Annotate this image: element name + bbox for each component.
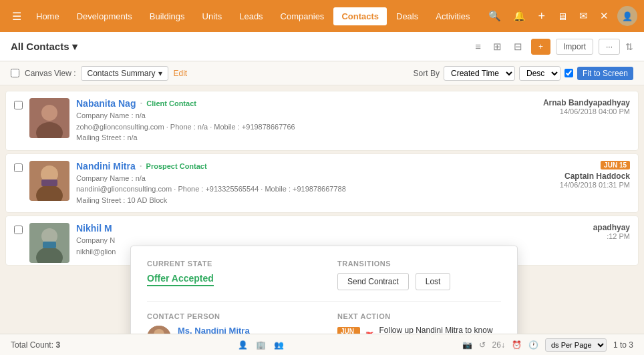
nav-deals[interactable]: Deals bbox=[388, 7, 426, 25]
sort-az-icon[interactable]: ⇅ bbox=[625, 41, 633, 52]
popup-transition-buttons: Send Contract Lost bbox=[337, 273, 501, 290]
select-all-checkbox[interactable] bbox=[11, 69, 19, 77]
contact-row-nabanita[interactable]: ✎ Nabanita Nag · Client Contact Company … bbox=[5, 91, 639, 151]
canvas-view-selector[interactable]: Contacts Summary ▾ bbox=[81, 66, 168, 81]
total-count: Total Count: 3 bbox=[11, 340, 60, 350]
footer-icon-group[interactable]: 👥 bbox=[274, 340, 284, 350]
nav-units[interactable]: Units bbox=[194, 7, 230, 25]
canvas-sort-area: Sort By Created Time Name Desc Asc Fit t… bbox=[414, 66, 633, 81]
close-icon[interactable]: ✕ bbox=[597, 7, 612, 25]
footer-refresh-icon[interactable]: ↺ bbox=[479, 340, 486, 350]
popup-top-section: CURRENT STATE Offer Accepted TRANSITIONS… bbox=[147, 260, 501, 290]
contact-tag-2: Prospect Contact bbox=[146, 162, 207, 170]
contact-separator-1: · bbox=[140, 98, 142, 109]
contact-avatar-nandini bbox=[29, 161, 69, 201]
contact-avatar-nabanita bbox=[29, 98, 69, 138]
contact-person-name[interactable]: Ms. Nandini Mitra bbox=[178, 326, 273, 334]
canvas-edit-button[interactable]: Edit bbox=[174, 69, 188, 78]
popup-next-action-col: NEXT ACTION JUN 15 🚩 Follow up Nandini M… bbox=[337, 312, 501, 334]
current-state-label: CURRENT STATE bbox=[147, 260, 311, 268]
nav-developments[interactable]: Developments bbox=[69, 7, 140, 25]
subheader-right: ≡ ⊞ ⊟ + Import ··· ⇅ bbox=[472, 39, 633, 55]
canvas-view-label: Canvas View : bbox=[25, 69, 75, 78]
send-contract-button[interactable]: Send Contract bbox=[337, 273, 409, 290]
contact-checkbox-1[interactable] bbox=[14, 101, 23, 109]
lost-button[interactable]: Lost bbox=[416, 273, 451, 290]
contact-person-info: Ms. Nandini Mitra nandini@glionconsultin… bbox=[147, 326, 311, 334]
nav-home[interactable]: Home bbox=[28, 7, 67, 25]
nav-contacts[interactable]: Contacts bbox=[333, 7, 387, 25]
contact-person-avatar bbox=[147, 326, 171, 334]
grid-view-icon[interactable]: ⊞ bbox=[490, 39, 505, 55]
contact-separator-2: · bbox=[140, 161, 142, 171]
next-action-label: NEXT ACTION bbox=[337, 312, 501, 320]
search-icon[interactable]: 🔍 bbox=[485, 7, 504, 25]
current-state-value: Offer Accepted bbox=[147, 273, 214, 286]
popup-current-state-col: CURRENT STATE Offer Accepted bbox=[147, 260, 311, 290]
nav-activities[interactable]: Activities bbox=[428, 7, 478, 25]
footer-camera-icon[interactable]: 📷 bbox=[462, 340, 472, 350]
footer-icons: 👤 🏢 👥 bbox=[238, 340, 284, 350]
footer-right: 📷 ↺ 26↓ ⏰ 🕐 ds Per Page 10 Per Page 20 P… bbox=[462, 338, 633, 352]
contact-name-1[interactable]: Nabanita Nag bbox=[76, 98, 136, 109]
pagination-info: 1 to 3 bbox=[613, 340, 633, 350]
canvas-dropdown-icon: ▾ bbox=[158, 69, 162, 78]
svg-point-1 bbox=[41, 105, 57, 121]
popup-bottom-section: CONTACT PERSON Ms. Nandini Mitra nandini… bbox=[147, 312, 501, 334]
popup-divider bbox=[147, 301, 501, 302]
next-action-text: Follow up Nandini Mitra to know Unit sho… bbox=[379, 326, 501, 334]
add-button[interactable]: + bbox=[531, 39, 550, 55]
contact-list-area: ✎ Nabanita Nag · Client Contact Company … bbox=[0, 85, 644, 334]
fit-to-screen-checkbox[interactable] bbox=[565, 69, 573, 77]
nav-buildings[interactable]: Buildings bbox=[142, 7, 193, 25]
list-footer: Total Count: 3 👤 🏢 👥 📷 ↺ 26↓ ⏰ 🕐 ds Per … bbox=[0, 334, 644, 355]
contact-person-details: Ms. Nandini Mitra nandini@glionconsultin… bbox=[178, 326, 273, 334]
popup-overlay: CURRENT STATE Offer Accepted TRANSITIONS… bbox=[130, 246, 518, 334]
add-icon[interactable]: + bbox=[534, 7, 548, 26]
contact-info-nandini: Nandini Mitra · Prospect Contact Company… bbox=[76, 161, 523, 206]
popup-contact-person-col: CONTACT PERSON Ms. Nandini Mitra nandini… bbox=[147, 312, 311, 334]
mail-icon[interactable]: ✉ bbox=[576, 7, 591, 25]
contact-name-2[interactable]: Nandini Mitra bbox=[76, 161, 136, 171]
contact-row-nandini[interactable]: Nandini Mitra · Prospect Contact Company… bbox=[5, 153, 639, 214]
more-button[interactable]: ··· bbox=[599, 39, 620, 55]
footer-number-icon[interactable]: 26↓ bbox=[492, 340, 505, 350]
nav-companies[interactable]: Companies bbox=[273, 7, 333, 25]
footer-icon-person[interactable]: 👤 bbox=[238, 340, 248, 350]
contact-name-3[interactable]: Nikhil M bbox=[76, 223, 112, 234]
sort-field-select[interactable]: Created Time Name bbox=[444, 66, 515, 81]
per-page-select[interactable]: ds Per Page 10 Per Page 20 Per Page 50 P… bbox=[545, 338, 607, 352]
footer-icon-org[interactable]: 🏢 bbox=[256, 340, 266, 350]
svg-rect-6 bbox=[41, 180, 57, 186]
user-avatar[interactable]: 👤 bbox=[617, 6, 637, 26]
fit-to-screen-button[interactable]: Fit to Screen bbox=[577, 67, 633, 80]
all-contacts-title[interactable]: All Contacts ▾ bbox=[11, 41, 77, 53]
popup-transitions-col: TRANSITIONS Send Contract Lost bbox=[337, 260, 501, 290]
contact-avatar-nikhil bbox=[29, 223, 69, 263]
screen-icon[interactable]: 🖥 bbox=[554, 8, 571, 25]
footer-alarm-icon[interactable]: ⏰ bbox=[512, 340, 522, 350]
jun-badge-2: JUN 15 bbox=[601, 161, 630, 169]
contact-person-label: CONTACT PERSON bbox=[147, 312, 311, 320]
transitions-label: TRANSITIONS bbox=[337, 260, 501, 268]
chart-view-icon[interactable]: ⊟ bbox=[510, 39, 526, 55]
list-view-icon[interactable]: ≡ bbox=[472, 39, 484, 54]
import-button[interactable]: Import bbox=[556, 39, 593, 55]
top-navigation: ☰ Home Developments Buildings Units Lead… bbox=[0, 0, 644, 32]
nav-right-icons: 🔍 🔔 + 🖥 ✉ ✕ 👤 bbox=[485, 6, 637, 26]
menu-icon[interactable]: ☰ bbox=[7, 6, 27, 27]
notification-icon[interactable]: 🔔 bbox=[510, 7, 529, 25]
contact-checkbox-3[interactable] bbox=[14, 226, 23, 234]
contact-detail-1: Company Name : n/a zoho@glionconsulting.… bbox=[76, 110, 523, 143]
contact-info-nabanita: Nabanita Nag · Client Contact Company Na… bbox=[76, 98, 523, 143]
nav-leads[interactable]: Leads bbox=[231, 7, 271, 25]
contact-detail-2: Company Name : n/a nandini@glionconsulti… bbox=[76, 173, 523, 206]
contact-right-1: Arnab Bandyapadhyay 14/06/2018 04:00 PM bbox=[530, 98, 630, 115]
subheader: All Contacts ▾ ≡ ⊞ ⊟ + Import ··· ⇅ bbox=[0, 32, 644, 61]
sort-dir-select[interactable]: Desc Asc bbox=[519, 66, 560, 81]
next-action-content: JUN 15 🚩 Follow up Nandini Mitra to know… bbox=[337, 326, 501, 334]
contact-checkbox-2[interactable] bbox=[14, 163, 23, 172]
footer-clock-icon[interactable]: 🕐 bbox=[528, 340, 538, 350]
dropdown-arrow-icon: ▾ bbox=[72, 41, 77, 53]
svg-rect-10 bbox=[43, 242, 56, 248]
